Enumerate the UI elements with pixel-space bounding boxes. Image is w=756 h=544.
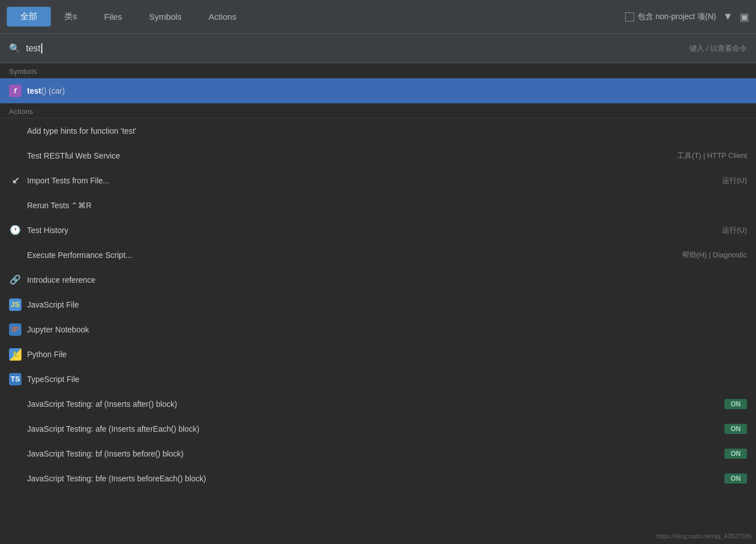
list-item[interactable]: Rerun Tests ⌃⌘R xyxy=(0,193,756,218)
action-label: JavaScript Testing: af (Inserts after() … xyxy=(27,400,719,409)
on-badge: ON xyxy=(724,399,747,409)
rest-text: () (car) xyxy=(41,86,65,95)
list-item[interactable]: JavaScript Testing: afe (Inserts afterEa… xyxy=(0,416,756,441)
tab-all[interactable]: 全部 xyxy=(7,7,51,27)
action-label: JavaScript Testing: bfe (Inserts beforeE… xyxy=(27,474,719,483)
action-label: Test History xyxy=(27,226,717,235)
list-item[interactable]: 🕐 Test History 运行(U) xyxy=(0,218,756,243)
list-item[interactable]: JavaScript Testing: af (Inserts after() … xyxy=(0,392,756,416)
list-item[interactable]: 🔗 Introduce reference xyxy=(0,267,756,292)
list-item[interactable]: 🐍 Python File xyxy=(0,342,756,367)
action-shortcut: 运行(U) xyxy=(722,225,747,235)
action-label: Python File xyxy=(27,350,747,359)
link-icon: 🔗 xyxy=(9,274,21,286)
watermark: https://blog.csdn.net/qq_43827595 xyxy=(656,533,751,539)
main-content: Symbols f test() (car) Actions Add type … xyxy=(0,63,756,491)
action-label: Test RESTful Web Service xyxy=(27,151,671,160)
list-item[interactable]: JavaScript Testing: bf (Inserts before()… xyxy=(0,441,756,466)
search-bar: 🔍 test 键入 / 以查看命令 xyxy=(0,34,756,63)
js-file-icon: JS xyxy=(9,299,21,311)
action-label: Jupyter Notebook xyxy=(27,325,747,334)
action-label: Import Tests from File... xyxy=(27,176,717,185)
search-input[interactable]: test xyxy=(26,43,689,54)
on-badge: ON xyxy=(724,473,747,484)
actions-section-header: Actions xyxy=(0,103,756,119)
list-item[interactable]: IP Jupyter Notebook xyxy=(0,317,756,342)
python-icon: 🐍 xyxy=(9,348,21,361)
on-badge: ON xyxy=(724,449,747,459)
tab-bar-right: 包含 non-project 项(N) ▼ ▣ xyxy=(625,11,749,23)
jupyter-icon: IP xyxy=(9,323,21,336)
action-label: TypeScript File xyxy=(27,375,747,384)
list-item[interactable]: JS JavaScript File xyxy=(0,292,756,317)
clock-icon: 🕐 xyxy=(9,224,21,236)
filter-icon[interactable]: ▼ xyxy=(723,11,733,23)
action-shortcut: 帮助(H) | Diagnostic xyxy=(682,250,747,260)
list-item[interactable]: TS TypeScript File xyxy=(0,367,756,392)
list-item[interactable]: Execute Performance Script... 帮助(H) | Di… xyxy=(0,243,756,267)
typescript-icon: TS xyxy=(9,373,21,385)
symbols-section-header: Symbols xyxy=(0,63,756,78)
action-label: JavaScript Testing: bf (Inserts before()… xyxy=(27,449,719,458)
search-hint: 键入 / 以查看命令 xyxy=(689,43,747,54)
tab-files[interactable]: Files xyxy=(91,7,136,26)
highlight-text: test xyxy=(27,86,41,95)
action-label: Rerun Tests ⌃⌘R xyxy=(27,201,747,210)
action-label: JavaScript File xyxy=(27,300,747,309)
import-icon: ↙ xyxy=(9,174,21,187)
action-shortcut: 工具(T) | HTTP Client xyxy=(677,151,747,161)
non-project-label: 包含 non-project 项(N) xyxy=(638,12,716,22)
non-project-checkbox-area[interactable]: 包含 non-project 项(N) xyxy=(625,12,716,22)
list-item[interactable]: Test RESTful Web Service 工具(T) | HTTP Cl… xyxy=(0,143,756,168)
layout-icon[interactable]: ▣ xyxy=(740,11,749,23)
text-cursor xyxy=(41,43,42,54)
action-label: Add type hints for function 'test' xyxy=(27,126,747,135)
on-badge: ON xyxy=(724,424,747,434)
search-icon: 🔍 xyxy=(9,43,20,54)
action-shortcut: 运行(U) xyxy=(722,176,747,186)
non-project-checkbox[interactable] xyxy=(625,12,634,21)
tab-actions[interactable]: Actions xyxy=(195,7,250,26)
action-label: Introduce reference xyxy=(27,275,747,284)
list-item[interactable]: JavaScript Testing: bfe (Inserts beforeE… xyxy=(0,466,756,491)
list-item[interactable]: ↙ Import Tests from File... 运行(U) xyxy=(0,168,756,193)
function-icon: f xyxy=(9,85,21,97)
action-label: JavaScript Testing: afe (Inserts afterEa… xyxy=(27,424,719,433)
list-item[interactable]: Add type hints for function 'test' xyxy=(0,119,756,143)
list-item[interactable]: f test() (car) xyxy=(0,78,756,103)
tab-classes[interactable]: 类s xyxy=(51,7,91,27)
symbol-label: test() (car) xyxy=(27,86,747,95)
action-label: Execute Performance Script... xyxy=(27,251,676,260)
tab-symbols[interactable]: Symbols xyxy=(135,7,195,26)
search-value: test xyxy=(26,43,41,54)
tab-bar: 全部 类s Files Symbols Actions 包含 non-proje… xyxy=(0,0,756,34)
